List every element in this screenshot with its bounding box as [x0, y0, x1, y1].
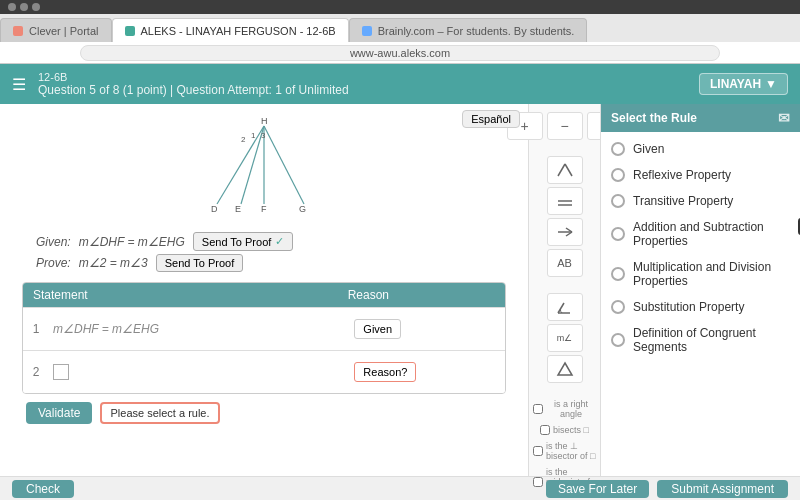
user-name: LINAYAH [710, 77, 761, 91]
rule-label-multiplication: Multiplication and Division Properties [633, 260, 790, 288]
footer: Check Save For Later Submit Assignment [0, 476, 800, 500]
main-area: Español H 2 1 3 D E [0, 104, 800, 476]
is-right-angle-checkbox[interactable] [533, 404, 543, 414]
rule-label-given: Given [633, 142, 664, 156]
row-2-reason: Reason? [344, 357, 505, 387]
aleks-icon [125, 26, 135, 36]
tab-brainly[interactable]: Brainly.com – For students. By students. [349, 18, 588, 42]
rule-item-substitution[interactable]: Substitution Property [601, 294, 800, 320]
col-reason-header: Reason [338, 283, 505, 307]
toolbar-angles: m∠ [533, 293, 596, 383]
address-bar: www-awu.aleks.com [0, 42, 800, 64]
toolbar-shape-4[interactable]: AB [547, 249, 583, 277]
brainly-icon [362, 26, 372, 36]
checkmark-icon: ✓ [275, 235, 284, 248]
browser-dot-2 [20, 3, 28, 11]
rule-radio-given [611, 142, 625, 156]
address-input[interactable]: www-awu.aleks.com [80, 45, 720, 61]
browser-chrome [0, 0, 800, 14]
svg-text:G: G [299, 204, 306, 214]
tab-clever[interactable]: Clever | Portal [0, 18, 112, 42]
espanol-button[interactable]: Español [462, 110, 520, 128]
toolbar-minus-button[interactable]: − [547, 112, 583, 140]
rule-radio-transitive [611, 194, 625, 208]
rule-item-congruent-segments[interactable]: Definition of Congruent Segments [601, 320, 800, 360]
rule-panel: Select the Rule ✉ Given Reflexive Proper… [600, 104, 800, 476]
row-1-num: 1 [23, 322, 43, 336]
rule-item-transitive[interactable]: Transitive Property [601, 188, 800, 214]
submit-assignment-button[interactable]: Submit Assignment [657, 480, 788, 498]
rule-item-reflexive[interactable]: Reflexive Property [601, 162, 800, 188]
validate-button[interactable]: Validate [26, 402, 92, 424]
given-row: Given: m∠DHF = m∠EHG Send To Proof ✓ [36, 232, 512, 251]
rule-list: Given Reflexive Property Transitive Prop… [601, 132, 800, 476]
rule-radio-reflexive [611, 168, 625, 182]
given-math: m∠DHF = m∠EHG [79, 235, 185, 249]
table-row-2: 2 Reason? [23, 350, 505, 393]
rule-label-addition: Addition and Subtraction Properties [633, 220, 790, 248]
toolbar-shape-3[interactable] [547, 218, 583, 246]
row-2-statement-box[interactable] [53, 364, 69, 380]
toolbar-triangle[interactable] [547, 355, 583, 383]
user-dropdown-icon: ▼ [765, 77, 777, 91]
prove-label: Prove: [36, 256, 71, 270]
rule-radio-multiplication [611, 267, 625, 281]
app-header: ☰ 12-6B Question 5 of 8 (1 point) | Ques… [0, 64, 800, 104]
tab-aleks[interactable]: ALEKS - LINAYAH FERGUSON - 12-6B [112, 18, 349, 42]
question-info: Question 5 of 8 (1 point) | Question Att… [38, 83, 699, 97]
svg-text:2: 2 [241, 135, 246, 144]
toolbar-panel: + − ✕ AB m∠ [528, 104, 600, 476]
send-proof-1-label: Send To Proof [202, 236, 272, 248]
col-statement-header: Statement [23, 283, 338, 307]
rule-item-given[interactable]: Given [601, 136, 800, 162]
rule-label-substitution: Substitution Property [633, 300, 744, 314]
rule-panel-close-icon[interactable]: ✉ [778, 110, 790, 126]
breadcrumb: 12-6B [38, 71, 699, 83]
is-bisector-checkbox[interactable] [533, 446, 543, 456]
rule-radio-congruent-segments [611, 333, 625, 347]
toolbar-shape-2[interactable] [547, 187, 583, 215]
error-message: Please select a rule. [100, 402, 219, 424]
tab-clever-label: Clever | Portal [29, 25, 99, 37]
rule-panel-title: Select the Rule [611, 111, 697, 125]
geometry-figure: H 2 1 3 D E F G [199, 114, 329, 224]
svg-line-4 [264, 126, 304, 204]
user-badge[interactable]: LINAYAH ▼ [699, 73, 788, 95]
row-1-reason: Given [344, 314, 505, 344]
check-button[interactable]: Check [12, 480, 74, 498]
rule-item-multiplication[interactable]: Multiplication and Division Properties [601, 254, 800, 294]
left-panel: Español H 2 1 3 D E [0, 104, 528, 476]
rule-radio-addition [611, 227, 625, 241]
is-midpoint-checkbox[interactable] [533, 477, 543, 487]
row-2-reason-button[interactable]: Reason? [354, 362, 416, 382]
prove-math: m∠2 = m∠3 [79, 256, 148, 270]
send-proof-2-button[interactable]: Send To Proof [156, 254, 244, 272]
rule-panel-header: Select the Rule ✉ [601, 104, 800, 132]
toolbar-angle-2[interactable]: m∠ [547, 324, 583, 352]
row-1-reason-button[interactable]: Given [354, 319, 401, 339]
send-proof-1-button[interactable]: Send To Proof ✓ [193, 232, 294, 251]
svg-text:F: F [261, 204, 267, 214]
toolbar-shape-1[interactable] [547, 156, 583, 184]
proof-table: Statement Reason 1 m∠DHF = m∠EHG Given 2… [22, 282, 506, 394]
toolbar-angle-1[interactable] [547, 293, 583, 321]
table-header: Statement Reason [23, 283, 505, 307]
rule-label-reflexive: Reflexive Property [633, 168, 731, 182]
bisects-checkbox[interactable] [540, 425, 550, 435]
tab-aleks-label: ALEKS - LINAYAH FERGUSON - 12-6B [141, 25, 336, 37]
svg-text:1: 1 [251, 131, 256, 140]
svg-line-12 [558, 164, 565, 176]
given-label: Given: [36, 235, 71, 249]
send-proof-2-label: Send To Proof [165, 257, 235, 269]
row-2-statement [43, 359, 344, 386]
svg-text:H: H [261, 116, 268, 126]
hamburger-icon[interactable]: ☰ [12, 75, 26, 94]
save-for-later-button[interactable]: Save For Later [546, 480, 649, 498]
rule-item-addition[interactable]: Addition and Subtraction Properties Sele… [601, 214, 800, 254]
svg-line-13 [565, 164, 572, 176]
rule-label-congruent-segments: Definition of Congruent Segments [633, 326, 790, 354]
browser-dot-1 [8, 3, 16, 11]
bisects-label: bisects □ [540, 425, 589, 435]
tab-brainly-label: Brainly.com – For students. By students. [378, 25, 575, 37]
table-row-1: 1 m∠DHF = m∠EHG Given [23, 307, 505, 350]
